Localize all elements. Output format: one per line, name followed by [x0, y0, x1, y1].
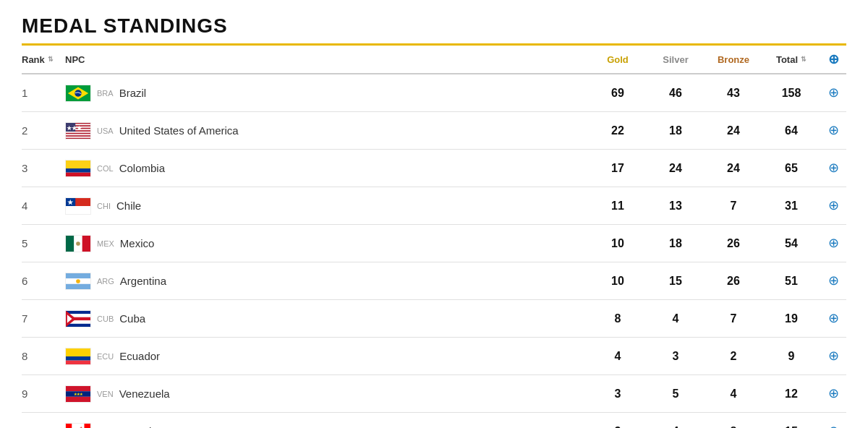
- expand-button[interactable]: ⊕: [820, 274, 846, 288]
- expand-button[interactable]: ⊕: [820, 424, 846, 428]
- rank-cell: 10: [22, 425, 65, 428]
- total-sort-icon: ⇅: [801, 56, 807, 63]
- country-code: CUB: [97, 314, 114, 323]
- bronze-cell: 26: [705, 275, 762, 288]
- table-row: 8 ECU Ecuador 4 3 2 9 ⊕: [22, 338, 846, 375]
- silver-cell: 46: [647, 87, 705, 100]
- country-name: Canada: [119, 425, 158, 428]
- svg-rect-42: [66, 423, 72, 428]
- expand-button[interactable]: ⊕: [820, 349, 846, 363]
- bronze-cell: 24: [705, 124, 762, 137]
- svg-text:★★★: ★★★: [67, 125, 82, 132]
- expand-icon[interactable]: ⊕: [828, 424, 839, 428]
- silver-cell: 24: [647, 162, 705, 175]
- expand-icon[interactable]: ⊕: [828, 198, 839, 213]
- country-cell: ★★★ USA United States of America: [65, 122, 589, 140]
- country-cell: BRA Brazil: [65, 85, 589, 102]
- bronze-cell: 7: [705, 200, 762, 213]
- page-title: MEDAL STANDINGS: [22, 14, 846, 38]
- table-row: 5 MEX Mexico 10 18 26 54 ⊕: [22, 225, 846, 262]
- gold-cell: 17: [589, 162, 647, 175]
- expand-icon[interactable]: ⊕: [828, 160, 839, 175]
- flag-icon: [65, 160, 91, 177]
- svg-rect-9: [66, 135, 90, 137]
- svg-rect-28: [66, 310, 90, 314]
- table-row: 10 🍁 CAN Canada 3 4 8 15 ⊕: [22, 413, 846, 428]
- country-name: Brazil: [119, 87, 147, 99]
- rank-cell: 1: [22, 87, 65, 99]
- bronze-cell: 24: [705, 162, 762, 175]
- rank-cell: 2: [22, 124, 65, 137]
- bronze-cell: 8: [705, 425, 762, 429]
- svg-rect-17: [66, 206, 90, 214]
- rank-cell: 7: [22, 312, 65, 325]
- expand-icon[interactable]: ⊕: [828, 311, 839, 325]
- expand-button[interactable]: ⊕: [820, 312, 846, 325]
- country-cell: 🍁 CAN Canada: [65, 423, 589, 429]
- flag-icon: [65, 273, 91, 290]
- rank-cell: 3: [22, 162, 65, 174]
- country-name: Venezuela: [119, 388, 170, 400]
- country-name: Mexico: [120, 237, 155, 249]
- country-cell: ★ CHI Chile: [65, 197, 589, 215]
- add-column-header[interactable]: ⊕: [820, 51, 846, 67]
- expand-icon[interactable]: ⊕: [828, 85, 839, 100]
- expand-icon[interactable]: ⊕: [828, 348, 839, 363]
- expand-icon[interactable]: ⊕: [828, 123, 839, 137]
- expand-button[interactable]: ⊕: [820, 124, 846, 137]
- svg-point-27: [76, 279, 80, 283]
- country-code: BRA: [97, 89, 114, 98]
- table-body: 1 BRA Brazil 69 46 43 158 ⊕ 2: [22, 74, 846, 428]
- expand-icon[interactable]: ⊕: [828, 273, 839, 288]
- svg-rect-22: [82, 235, 90, 252]
- svg-rect-26: [66, 283, 90, 289]
- expand-button[interactable]: ⊕: [820, 86, 846, 100]
- svg-rect-20: [66, 235, 74, 252]
- country-code: USA: [97, 127, 114, 135]
- add-column-icon[interactable]: ⊕: [828, 52, 839, 67]
- bronze-cell: 2: [705, 350, 762, 363]
- rank-cell: 9: [22, 388, 65, 400]
- expand-button[interactable]: ⊕: [820, 199, 846, 213]
- bronze-cell: 7: [705, 312, 762, 325]
- svg-rect-36: [66, 356, 90, 361]
- table-row: 4 ★ CHI Chile 11 13 7 31 ⊕: [22, 187, 846, 225]
- total-cell: 31: [762, 200, 820, 213]
- total-cell: 158: [762, 87, 820, 100]
- flag-icon: [65, 235, 91, 252]
- expand-button[interactable]: ⊕: [820, 161, 846, 175]
- total-cell: 12: [762, 388, 820, 401]
- country-code: MEX: [97, 239, 114, 248]
- total-header[interactable]: Total ⇅: [762, 54, 820, 65]
- expand-icon[interactable]: ⊕: [828, 236, 839, 250]
- silver-cell: 5: [647, 388, 705, 401]
- country-cell: ECU Ecuador: [65, 348, 589, 365]
- silver-cell: 3: [647, 350, 705, 363]
- total-cell: 15: [762, 425, 820, 429]
- gold-cell: 10: [589, 275, 647, 288]
- country-cell: COL Colombia: [65, 160, 589, 177]
- country-name: Cuba: [119, 312, 145, 325]
- gold-header: Gold: [589, 54, 647, 65]
- silver-cell: 18: [647, 124, 705, 137]
- country-cell: MEX Mexico: [65, 235, 589, 252]
- expand-icon[interactable]: ⊕: [828, 386, 839, 401]
- rank-header[interactable]: Rank ⇅: [22, 54, 65, 65]
- flag-icon: [65, 348, 91, 365]
- table-header: Rank ⇅ NPC Gold Silver Bronze Total ⇅ ⊕: [22, 46, 846, 74]
- svg-rect-32: [66, 323, 90, 327]
- gold-cell: 69: [589, 87, 647, 100]
- expand-button[interactable]: ⊕: [820, 387, 846, 401]
- rank-cell: 6: [22, 275, 65, 287]
- svg-text:★★★: ★★★: [74, 392, 83, 395]
- gold-cell: 3: [589, 388, 647, 401]
- svg-text:🍁: 🍁: [75, 425, 88, 428]
- svg-rect-35: [66, 348, 90, 356]
- flag-icon: 🍁: [65, 423, 91, 429]
- expand-button[interactable]: ⊕: [820, 236, 846, 250]
- country-name: Colombia: [119, 162, 165, 174]
- bronze-header: Bronze: [705, 54, 762, 65]
- table-row: 3 COL Colombia 17 24 24 65 ⊕: [22, 150, 846, 187]
- bronze-cell: 4: [705, 388, 762, 401]
- gold-cell: 8: [589, 312, 647, 325]
